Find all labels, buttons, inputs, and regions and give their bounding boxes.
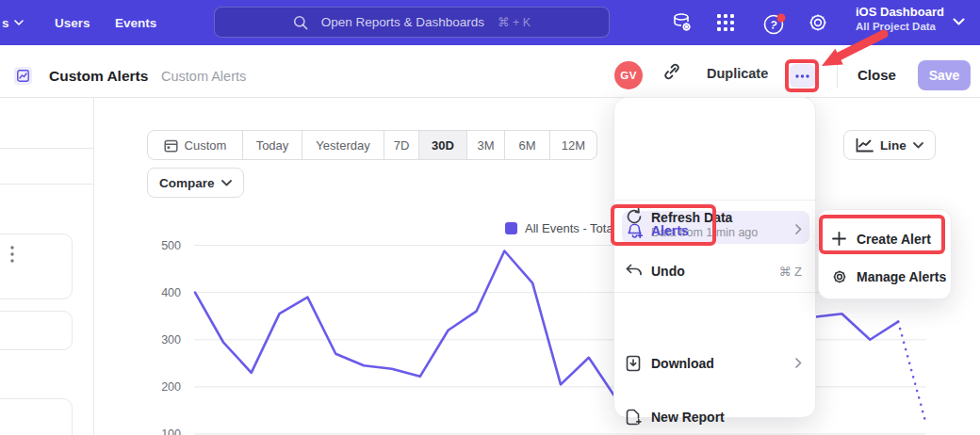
svg-text:400: 400 bbox=[161, 286, 181, 299]
new-report-icon bbox=[626, 409, 643, 426]
data-management-icon[interactable] bbox=[671, 11, 694, 34]
nav-item-events[interactable]: Events bbox=[115, 0, 156, 45]
breadcrumb: Custom Alerts bbox=[161, 69, 246, 84]
menu-item-download[interactable]: Download bbox=[614, 347, 815, 379]
chart-type-button[interactable]: Line bbox=[843, 130, 936, 160]
submenu-item-create-alert[interactable]: Create Alert bbox=[819, 223, 951, 255]
chevron-down-icon bbox=[953, 18, 965, 26]
chart-legend: All Events - Total bbox=[505, 221, 616, 235]
line-chart-icon bbox=[856, 138, 874, 153]
plus-icon bbox=[832, 232, 849, 249]
menu-divider bbox=[614, 200, 815, 201]
svg-text:500: 500 bbox=[161, 239, 181, 252]
legend-swatch bbox=[505, 222, 517, 234]
settings-gear-icon[interactable] bbox=[807, 11, 829, 34]
search-input[interactable]: Open Reports & Dashboards ⌘ + K bbox=[214, 7, 610, 38]
top-navigation: s Users Events Open Reports & Dashboards… bbox=[0, 0, 980, 45]
nav-item-partial[interactable]: s bbox=[2, 0, 24, 45]
save-button[interactable]: Save bbox=[918, 60, 971, 90]
nav-item-users[interactable]: Users bbox=[55, 0, 90, 45]
gear-icon bbox=[831, 268, 848, 285]
svg-text:100: 100 bbox=[161, 427, 181, 435]
chart-type-label: Line bbox=[880, 138, 906, 153]
duplicate-button[interactable]: Duplicate bbox=[707, 66, 768, 81]
header-divider bbox=[837, 63, 838, 89]
share-link-button[interactable] bbox=[662, 62, 681, 85]
menu-item-new-report[interactable]: New Report bbox=[614, 401, 815, 433]
search-placeholder: Open Reports & Dashboards bbox=[321, 15, 484, 29]
menu-item-undo[interactable]: Undo ⌘ Z bbox=[614, 255, 815, 287]
avatar[interactable]: GV bbox=[614, 61, 643, 89]
project-name: iOS Dashboard bbox=[856, 5, 944, 19]
close-button[interactable]: Close bbox=[858, 67, 896, 83]
report-icon bbox=[14, 67, 32, 85]
submenu-chevron-right-icon bbox=[795, 223, 802, 237]
ellipsis-icon bbox=[795, 74, 809, 78]
project-scope: All Project Data bbox=[856, 21, 944, 32]
search-shortcut: ⌘ + K bbox=[498, 15, 531, 29]
alerts-submenu: Create Alert Manage Alerts bbox=[818, 209, 952, 299]
project-switcher[interactable]: iOS Dashboard All Project Data bbox=[856, 5, 944, 32]
more-options-menu: Refresh Data Data from 1 min ago Undo ⌘ … bbox=[613, 97, 816, 418]
submenu-item-manage-alerts[interactable]: Manage Alerts bbox=[819, 261, 951, 293]
undo-shortcut: ⌘ Z bbox=[778, 265, 802, 279]
search-icon bbox=[293, 15, 308, 30]
submenu-chevron-right-icon bbox=[795, 357, 802, 371]
more-options-button[interactable] bbox=[790, 64, 815, 88]
chevron-down-icon bbox=[14, 20, 24, 25]
svg-text:300: 300 bbox=[161, 333, 181, 346]
menu-item-alerts[interactable]: Alerts bbox=[614, 214, 815, 247]
chevron-down-icon bbox=[913, 142, 923, 149]
page-title: Custom Alerts bbox=[49, 68, 148, 85]
report-header: Custom Alerts Custom Alerts GV Duplicate… bbox=[0, 45, 980, 98]
download-icon bbox=[626, 355, 643, 372]
undo-icon bbox=[626, 264, 643, 281]
menu-divider bbox=[614, 292, 815, 293]
bell-plus-icon bbox=[626, 221, 643, 238]
legend-label: All Events - Total bbox=[525, 221, 616, 235]
help-icon[interactable]: ? bbox=[761, 11, 784, 34]
apps-grid-icon[interactable] bbox=[714, 11, 737, 34]
svg-text:200: 200 bbox=[161, 380, 181, 394]
svg-text:?: ? bbox=[769, 18, 778, 32]
